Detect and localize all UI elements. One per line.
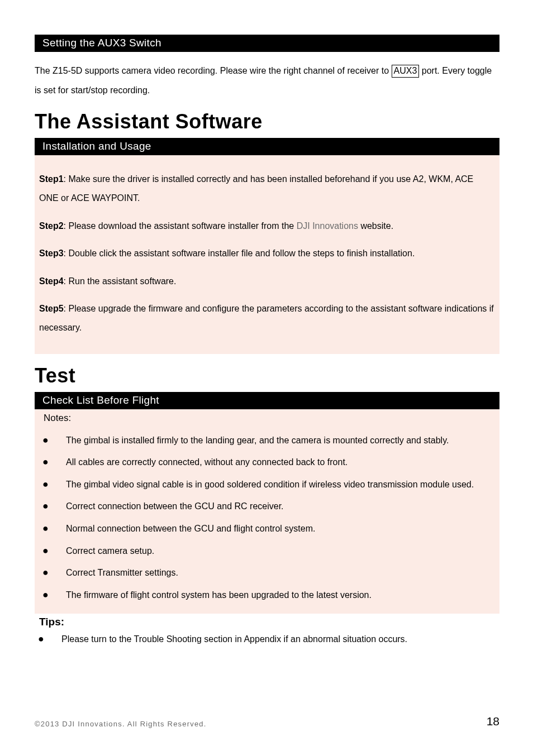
bullet-icon: ● (39, 451, 66, 473)
step-label: Step3 (39, 248, 64, 258)
step-text-post: website. (358, 221, 393, 231)
step-label: Step4 (39, 276, 64, 286)
list-item: ●Please turn to the Trouble Shooting sec… (35, 628, 499, 650)
aux3-paragraph: The Z15-5D supports camera video recordi… (35, 61, 499, 100)
list-item: ●Correct camera setup. (39, 540, 495, 562)
step-row: Step4: Run the assistant software. (39, 272, 495, 291)
step-row: Step2: Please download the assistant sof… (39, 217, 495, 236)
section-bar-installation: Installation and Usage (35, 138, 499, 155)
step-text: Double click the assistant software inst… (68, 248, 415, 258)
list-item-text: Please turn to the Trouble Shooting sect… (61, 629, 499, 649)
list-item-text: Correct camera setup. (66, 541, 495, 561)
test-title: Test (35, 364, 499, 387)
list-item-text: Normal connection between the GCU and fl… (66, 519, 495, 538)
step-link[interactable]: DJI Innovations (297, 221, 358, 231)
list-item-text: The gimbal video signal cable is in good… (66, 475, 495, 494)
step-row: Step3: Double click the assistant softwa… (39, 244, 495, 263)
list-item: ●The firmware of flight control system h… (39, 584, 495, 606)
step-text-pre: Please download the assistant software i… (68, 221, 296, 231)
section-bar-aux3-label: Setting the AUX3 Switch (42, 37, 161, 49)
notes-label: Notes: (39, 409, 495, 424)
copyright: ©2013 DJI Innovations. All Rights Reserv… (35, 720, 207, 728)
list-item: ●The gimbal video signal cable is in goo… (39, 473, 495, 496)
bullet-icon: ● (35, 628, 61, 650)
list-item: ●The gimbal is installed firmly to the l… (39, 429, 495, 452)
aux3-text-pre: The Z15-5D supports camera video recordi… (35, 66, 392, 75)
list-item-text: The firmware of flight control system ha… (66, 585, 495, 605)
tips-list: ●Please turn to the Trouble Shooting sec… (35, 628, 499, 650)
bullet-icon: ● (39, 562, 66, 584)
step-text: Please upgrade the firmware and configur… (39, 304, 494, 332)
checklist-block: Notes: ●The gimbal is installed firmly t… (35, 409, 499, 614)
tips-label: Tips: (35, 614, 499, 628)
list-item-text: Correct connection between the GCU and R… (66, 496, 495, 516)
list-item-text: Correct Transmitter settings. (66, 563, 495, 582)
step-label: Step1 (39, 174, 64, 184)
bullet-icon: ● (39, 518, 66, 540)
section-bar-aux3: Setting the AUX3 Switch (35, 35, 499, 52)
step-label: Step2 (39, 221, 64, 231)
list-item: ●Correct connection between the GCU and … (39, 495, 495, 518)
step-label: Step5 (39, 304, 64, 313)
step-row: Step1: Make sure the driver is installed… (39, 170, 495, 207)
section-bar-checklist: Check List Before Flight (35, 392, 499, 409)
section-bar-checklist-label: Check List Before Flight (42, 394, 159, 406)
list-item-text: All cables are correctly connected, with… (66, 452, 495, 472)
bullet-icon: ● (39, 584, 66, 606)
list-item: ●Correct Transmitter settings. (39, 562, 495, 584)
aux3-boxed-label: AUX3 (392, 65, 420, 78)
list-item: ●All cables are correctly connected, wit… (39, 451, 495, 473)
bullet-icon: ● (39, 495, 66, 518)
bullet-icon: ● (39, 540, 66, 562)
list-item: ●Normal connection between the GCU and f… (39, 518, 495, 540)
footer: ©2013 DJI Innovations. All Rights Reserv… (35, 715, 499, 728)
step-text: Run the assistant software. (68, 276, 176, 286)
step-row: Step5: Please upgrade the firmware and c… (39, 299, 495, 337)
page-number: 18 (487, 715, 499, 728)
section-bar-installation-label: Installation and Usage (42, 140, 151, 152)
page: Setting the AUX3 Switch The Z15-5D suppo… (0, 0, 533, 756)
step-text: Make sure the driver is installed correc… (39, 174, 473, 203)
list-item-text: The gimbal is installed firmly to the la… (66, 430, 495, 450)
bullet-icon: ● (39, 429, 66, 452)
assistant-title: The Assistant Software (35, 110, 499, 133)
installation-block: Step1: Make sure the driver is installed… (35, 155, 499, 353)
notes-list: ●The gimbal is installed firmly to the l… (39, 429, 495, 606)
bullet-icon: ● (39, 473, 66, 496)
